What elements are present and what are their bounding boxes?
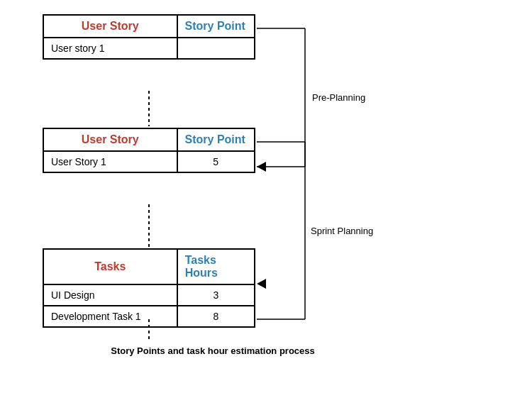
sprint-planning-label: Sprint Planning — [311, 226, 373, 236]
table-tasks: Tasks Tasks Hours UI Design 3 Developmen… — [43, 248, 255, 328]
table-row: User story 1 — [43, 38, 255, 59]
svg-marker-6 — [257, 162, 266, 172]
table-sprint-planning-top: User Story Story Point User Story 1 5 — [43, 128, 255, 173]
table-row: User Story 1 5 — [43, 151, 255, 172]
table-row: UI Design 3 — [43, 284, 255, 306]
table1-row1-name: User story 1 — [43, 38, 177, 59]
table3-row2-name: Development Task 1 — [43, 306, 177, 327]
table3-row2-value: 8 — [177, 306, 255, 327]
table-row: Development Task 1 8 — [43, 306, 255, 327]
pre-planning-label: Pre-Planning — [312, 92, 365, 103]
caption-text: Story Points and task hour estimation pr… — [111, 345, 315, 356]
table2-col2-header: Story Point — [177, 128, 255, 151]
table3-col2-header: Tasks Hours — [177, 249, 255, 284]
table1-col2-header: Story Point — [177, 15, 255, 38]
table3-row1-value: 3 — [177, 284, 255, 306]
table2-row1-name: User Story 1 — [43, 151, 177, 172]
table3-col1-header: Tasks — [43, 249, 177, 284]
svg-marker-10 — [257, 279, 266, 289]
table3-row1-name: UI Design — [43, 284, 177, 306]
table-pre-planning: User Story Story Point User story 1 — [43, 14, 255, 60]
table1-col1-header: User Story — [43, 15, 177, 38]
table2-row1-value: 5 — [177, 151, 255, 172]
table2-col1-header: User Story — [43, 128, 177, 151]
table1-row1-value — [177, 38, 255, 59]
